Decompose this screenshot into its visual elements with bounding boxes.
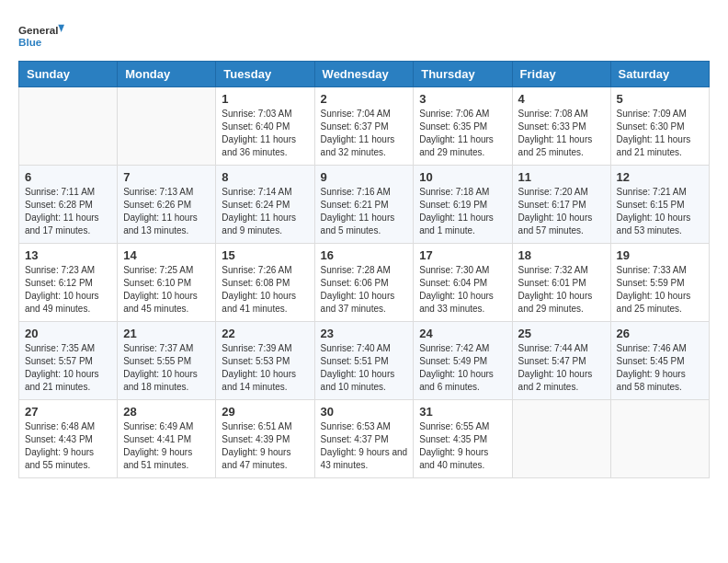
day-number: 27 — [25, 405, 111, 419]
day-number: 11 — [518, 170, 605, 184]
day-info: Sunrise: 6:55 AM Sunset: 4:35 PM Dayligh… — [419, 420, 506, 472]
day-info: Sunrise: 7:40 AM Sunset: 5:51 PM Dayligh… — [321, 342, 408, 394]
calendar-cell: 23Sunrise: 7:40 AM Sunset: 5:51 PM Dayli… — [314, 322, 414, 400]
day-number: 16 — [321, 248, 408, 262]
calendar-cell: 13Sunrise: 7:23 AM Sunset: 6:12 PM Dayli… — [19, 244, 118, 322]
week-row-5: 27Sunrise: 6:48 AM Sunset: 4:43 PM Dayli… — [19, 400, 710, 478]
calendar-cell: 17Sunrise: 7:30 AM Sunset: 6:04 PM Dayli… — [414, 244, 512, 322]
day-info: Sunrise: 7:28 AM Sunset: 6:06 PM Dayligh… — [321, 264, 408, 316]
week-row-2: 6Sunrise: 7:11 AM Sunset: 6:28 PM Daylig… — [19, 166, 710, 244]
day-info: Sunrise: 7:21 AM Sunset: 6:15 PM Dayligh… — [617, 186, 703, 237]
day-info: Sunrise: 7:11 AM Sunset: 6:28 PM Dayligh… — [25, 186, 111, 237]
day-number: 6 — [25, 170, 111, 184]
logo-svg: General Blue — [18, 18, 64, 55]
day-info: Sunrise: 7:14 AM Sunset: 6:24 PM Dayligh… — [222, 186, 308, 237]
calendar-cell: 24Sunrise: 7:42 AM Sunset: 5:49 PM Dayli… — [414, 322, 512, 400]
day-number: 3 — [419, 92, 506, 106]
day-info: Sunrise: 7:37 AM Sunset: 5:55 PM Dayligh… — [123, 342, 210, 394]
day-number: 15 — [222, 248, 308, 262]
day-info: Sunrise: 7:03 AM Sunset: 6:40 PM Dayligh… — [222, 108, 308, 159]
calendar-cell: 12Sunrise: 7:21 AM Sunset: 6:15 PM Dayli… — [610, 166, 709, 244]
day-number: 19 — [617, 248, 703, 262]
day-number: 12 — [617, 170, 703, 184]
day-info: Sunrise: 7:30 AM Sunset: 6:04 PM Dayligh… — [419, 264, 506, 316]
day-number: 8 — [222, 170, 308, 184]
day-info: Sunrise: 7:42 AM Sunset: 5:49 PM Dayligh… — [419, 342, 506, 394]
day-info: Sunrise: 7:06 AM Sunset: 6:35 PM Dayligh… — [419, 108, 506, 159]
calendar-table: SundayMondayTuesdayWednesdayThursdayFrid… — [18, 61, 710, 478]
calendar-cell: 22Sunrise: 7:39 AM Sunset: 5:53 PM Dayli… — [216, 322, 314, 400]
day-number: 26 — [617, 327, 703, 340]
day-number: 18 — [518, 248, 605, 262]
calendar-cell: 21Sunrise: 7:37 AM Sunset: 5:55 PM Dayli… — [118, 322, 216, 400]
page-header: General Blue — [18, 18, 710, 55]
svg-text:Blue: Blue — [18, 36, 42, 48]
day-number: 29 — [222, 405, 308, 419]
day-number: 31 — [419, 405, 506, 419]
calendar-cell: 8Sunrise: 7:14 AM Sunset: 6:24 PM Daylig… — [216, 166, 314, 244]
day-number: 2 — [321, 92, 408, 106]
day-number: 22 — [222, 327, 308, 340]
calendar-cell: 3Sunrise: 7:06 AM Sunset: 6:35 PM Daylig… — [414, 87, 512, 166]
day-info: Sunrise: 7:35 AM Sunset: 5:57 PM Dayligh… — [25, 342, 111, 394]
day-number: 4 — [518, 92, 605, 106]
weekday-header-sunday: Sunday — [19, 62, 118, 87]
day-info: Sunrise: 7:46 AM Sunset: 5:45 PM Dayligh… — [617, 342, 703, 394]
calendar-cell: 31Sunrise: 6:55 AM Sunset: 4:35 PM Dayli… — [414, 400, 512, 478]
day-number: 10 — [419, 170, 506, 184]
week-row-4: 20Sunrise: 7:35 AM Sunset: 5:57 PM Dayli… — [19, 322, 710, 400]
day-info: Sunrise: 7:39 AM Sunset: 5:53 PM Dayligh… — [222, 342, 308, 394]
day-info: Sunrise: 7:16 AM Sunset: 6:21 PM Dayligh… — [321, 186, 408, 237]
weekday-header-saturday: Saturday — [610, 62, 709, 87]
day-info: Sunrise: 7:13 AM Sunset: 6:26 PM Dayligh… — [123, 186, 210, 237]
day-number: 23 — [321, 327, 408, 340]
day-info: Sunrise: 7:44 AM Sunset: 5:47 PM Dayligh… — [518, 342, 605, 394]
day-info: Sunrise: 7:26 AM Sunset: 6:08 PM Dayligh… — [222, 264, 308, 316]
calendar-cell: 28Sunrise: 6:49 AM Sunset: 4:41 PM Dayli… — [118, 400, 216, 478]
day-number: 21 — [123, 327, 210, 340]
day-number: 24 — [419, 327, 506, 340]
calendar-cell: 2Sunrise: 7:04 AM Sunset: 6:37 PM Daylig… — [314, 87, 414, 166]
calendar-cell: 10Sunrise: 7:18 AM Sunset: 6:19 PM Dayli… — [414, 166, 512, 244]
day-number: 28 — [123, 405, 210, 419]
day-info: Sunrise: 7:23 AM Sunset: 6:12 PM Dayligh… — [25, 264, 111, 316]
calendar-cell: 27Sunrise: 6:48 AM Sunset: 4:43 PM Dayli… — [19, 400, 118, 478]
svg-text:General: General — [18, 24, 58, 36]
calendar-cell: 5Sunrise: 7:09 AM Sunset: 6:30 PM Daylig… — [610, 87, 709, 166]
logo: General Blue — [18, 18, 64, 55]
day-number: 5 — [617, 92, 703, 106]
calendar-cell — [19, 87, 118, 166]
calendar-cell: 19Sunrise: 7:33 AM Sunset: 5:59 PM Dayli… — [610, 244, 709, 322]
calendar-cell: 16Sunrise: 7:28 AM Sunset: 6:06 PM Dayli… — [314, 244, 414, 322]
calendar-cell: 29Sunrise: 6:51 AM Sunset: 4:39 PM Dayli… — [216, 400, 314, 478]
day-info: Sunrise: 6:48 AM Sunset: 4:43 PM Dayligh… — [25, 420, 111, 472]
week-row-3: 13Sunrise: 7:23 AM Sunset: 6:12 PM Dayli… — [19, 244, 710, 322]
calendar-cell — [118, 87, 216, 166]
calendar-cell: 20Sunrise: 7:35 AM Sunset: 5:57 PM Dayli… — [19, 322, 118, 400]
calendar-cell: 18Sunrise: 7:32 AM Sunset: 6:01 PM Dayli… — [512, 244, 610, 322]
day-number: 25 — [518, 327, 605, 340]
calendar-cell: 6Sunrise: 7:11 AM Sunset: 6:28 PM Daylig… — [19, 166, 118, 244]
day-info: Sunrise: 7:08 AM Sunset: 6:33 PM Dayligh… — [518, 108, 605, 159]
day-info: Sunrise: 6:49 AM Sunset: 4:41 PM Dayligh… — [123, 420, 210, 472]
weekday-header-row: SundayMondayTuesdayWednesdayThursdayFrid… — [19, 62, 710, 87]
calendar-cell: 15Sunrise: 7:26 AM Sunset: 6:08 PM Dayli… — [216, 244, 314, 322]
calendar-cell: 1Sunrise: 7:03 AM Sunset: 6:40 PM Daylig… — [216, 87, 314, 166]
svg-marker-2 — [58, 25, 64, 32]
day-info: Sunrise: 6:53 AM Sunset: 4:37 PM Dayligh… — [321, 420, 408, 472]
day-info: Sunrise: 7:20 AM Sunset: 6:17 PM Dayligh… — [518, 186, 605, 237]
day-number: 7 — [123, 170, 210, 184]
day-number: 30 — [321, 405, 408, 419]
week-row-1: 1Sunrise: 7:03 AM Sunset: 6:40 PM Daylig… — [19, 87, 710, 166]
day-number: 1 — [222, 92, 308, 106]
day-info: Sunrise: 7:32 AM Sunset: 6:01 PM Dayligh… — [518, 264, 605, 316]
calendar-cell: 26Sunrise: 7:46 AM Sunset: 5:45 PM Dayli… — [610, 322, 709, 400]
day-number: 17 — [419, 248, 506, 262]
day-number: 13 — [25, 248, 111, 262]
calendar-cell: 11Sunrise: 7:20 AM Sunset: 6:17 PM Dayli… — [512, 166, 610, 244]
calendar-cell: 25Sunrise: 7:44 AM Sunset: 5:47 PM Dayli… — [512, 322, 610, 400]
calendar-cell — [610, 400, 709, 478]
weekday-header-friday: Friday — [512, 62, 610, 87]
day-number: 9 — [321, 170, 408, 184]
weekday-header-tuesday: Tuesday — [216, 62, 314, 87]
